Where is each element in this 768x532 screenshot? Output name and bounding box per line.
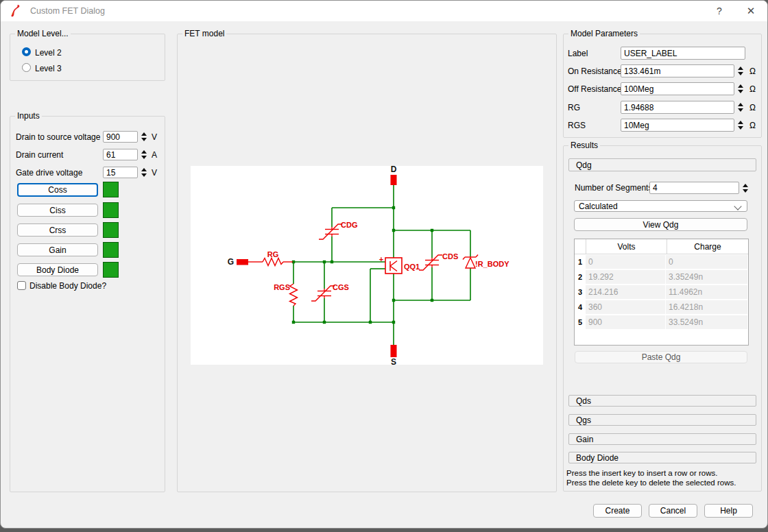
chevron-down-icon [734,202,741,210]
cdg-label: CDG [341,221,357,229]
cgs-label: CGS [333,283,349,291]
model-level-group: Model Level... Level 2 Level 3 [10,34,165,81]
drain-source-voltage-spinner[interactable] [139,130,149,144]
crss-status-indicator [103,222,119,238]
create-button[interactable]: Create [593,504,642,518]
radio-level-2-label: Level 2 [35,48,62,58]
radio-level-3[interactable] [22,63,31,72]
gate-drive-voltage-unit: V [152,167,157,178]
app-icon [10,5,22,17]
gate-terminal [237,259,248,265]
disable-body-diode-checkbox[interactable] [17,281,26,290]
model-level-group-title: Model Level... [15,29,71,38]
model-parameters-group: Model Parameters Label USER_LABEL On Res… [563,34,762,138]
charge-cell: 33.5249n [666,315,748,330]
fet-schematic: D S G RG CDG RGS CGS CDS QQ1 !R_BODY + [191,166,543,365]
radio-level-2[interactable] [22,47,31,56]
drain-source-voltage-unit: V [152,131,157,143]
volts-cell: 214.216 [586,285,666,300]
label-field[interactable]: USER_LABEL [621,47,745,60]
rgs-param-spinner[interactable] [736,118,745,132]
cgs-capacitor [311,286,335,301]
qdg-section-button[interactable]: Qdg [568,158,756,171]
qdg-table-header: Volts Charge [575,239,748,254]
rg-resistor [263,258,283,266]
gain-button[interactable]: Gain [17,243,98,256]
qdg-table[interactable]: Volts Charge 1 0 0 2 19.292 3.35249n 3 2… [574,239,749,346]
gain-section-button[interactable]: Gain [568,433,756,445]
rg-param-label: RG [568,101,580,114]
drain-current-label: Drain current [16,149,63,160]
table-row[interactable]: 1 0 0 [575,254,748,269]
qdg-mode-dropdown[interactable]: Calculated [574,200,747,212]
on-resistance-field[interactable]: 133.461m [621,64,734,77]
cds-label: CDS [442,252,458,261]
schematic-canvas[interactable]: D S G RG CDG RGS CGS CDS QQ1 !R_BODY + [191,166,543,365]
drain-current-field[interactable]: 61 [103,149,138,160]
number-of-segments-spinner[interactable] [741,180,750,195]
rg-param-field[interactable]: 1.94688 [621,101,734,114]
delete-hint-text: Press the delete key to delete the selec… [566,478,736,487]
window-close-button[interactable]: ✕ [745,5,757,17]
volts-cell: 19.292 [586,269,666,285]
coss-status-indicator [103,182,119,197]
fet-model-group: FET model [177,34,557,492]
off-resistance-field[interactable]: 100Meg [621,82,734,95]
rgs-param-field[interactable]: 10Meg [621,119,734,132]
view-qdg-button[interactable]: View Qdg [574,218,747,231]
source-terminal [391,345,397,357]
body-diode-section-button[interactable]: Body Diode [568,452,756,463]
qds-section-button[interactable]: Qds [568,395,756,407]
qq1-plus-sign: + [379,255,383,263]
drain-current-unit: A [152,149,157,160]
drain-source-voltage-field[interactable]: 900 [103,131,138,143]
qgs-section-button[interactable]: Qgs [568,414,756,426]
rg-param-unit: Ω [749,101,756,114]
gate-label: G [228,257,234,267]
rg-param-spinner[interactable] [736,100,745,114]
rg-label: RG [267,250,279,258]
volts-column-header: Volts [586,239,667,254]
body-diode-button[interactable]: Body Diode [17,263,98,276]
gate-drive-voltage-spinner[interactable] [139,165,149,180]
coss-button[interactable]: Coss [17,183,98,197]
table-row[interactable]: 2 19.292 3.35249n [575,269,748,285]
inputs-group: Inputs Drain to source voltage 900 V Dra… [10,116,165,492]
results-group: Results Qdg Number of Segments 4 Calcula… [563,145,762,492]
charge-column-header: Charge [667,239,748,254]
rgs-param-label: RGS [568,119,586,132]
table-row[interactable]: 5 900 33.5249n [575,315,748,330]
cancel-button[interactable]: Cancel [649,504,697,518]
insert-hint-text: Press the insert key to insert a row or … [566,468,718,478]
off-resistance-label: Off Resistance [568,82,621,95]
title-bar: Custom FET Dialog ? ✕ [1,1,767,21]
drain-current-spinner[interactable] [139,147,149,162]
charge-cell: 11.4962n [666,285,748,300]
off-resistance-spinner[interactable] [736,82,745,96]
table-row[interactable]: 4 360 16.4218n [575,300,748,315]
cdg-capacitor [319,224,342,239]
model-parameters-group-title: Model Parameters [568,29,640,38]
paste-qdg-button[interactable]: Paste Qdg [575,351,747,363]
crss-button[interactable]: Crss [17,223,98,237]
off-resistance-unit: Ω [749,82,756,95]
charge-cell: 16.4218n [666,300,748,315]
rgs-param-unit: Ω [749,119,756,132]
source-label: S [391,357,396,365]
rgs-resistor [290,284,298,306]
ciss-button[interactable]: Ciss [17,204,98,217]
table-row[interactable]: 3 214.216 11.4962n [575,285,748,300]
schematic-wires [293,185,470,345]
on-resistance-unit: Ω [749,64,756,77]
on-resistance-spinner[interactable] [736,64,745,78]
charge-cell: 3.35249n [666,269,748,285]
window-title: Custom FET Dialog [30,6,105,16]
number-of-segments-field[interactable]: 4 [649,182,739,194]
gate-drive-voltage-field[interactable]: 15 [103,167,138,178]
volts-cell: 360 [586,300,666,315]
cds-capacitor [419,255,442,270]
help-button[interactable]: Help [704,504,753,518]
custom-fet-dialog: Custom FET Dialog ? ✕ Model Level... Lev… [0,0,768,529]
on-resistance-label: On Resistance [568,64,622,77]
window-help-button[interactable]: ? [713,5,725,17]
